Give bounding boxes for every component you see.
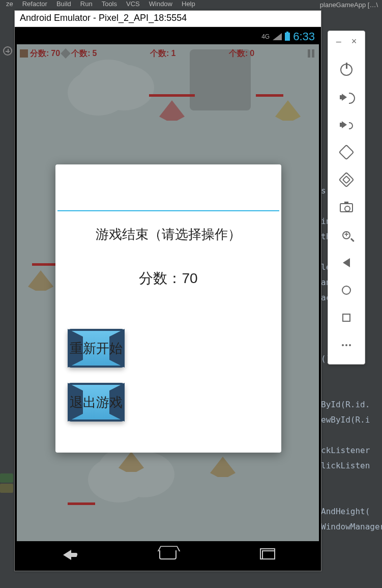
ide-menu-item[interactable]: ze	[6, 0, 13, 8]
android-status-bar: 4G 6:33	[17, 29, 319, 44]
close-button[interactable]: ×	[351, 36, 357, 47]
more-button[interactable]	[336, 336, 357, 354]
nav-back-button[interactable]	[57, 547, 77, 563]
emulator-window: Android Emulator - Pixel_2_API_18:5554 4…	[14, 10, 321, 571]
exit-button[interactable]: 退出游戏	[68, 383, 125, 422]
screenshot-button[interactable]	[336, 198, 357, 216]
rotate-left-button[interactable]	[336, 143, 357, 161]
restart-button[interactable]: 重新开始	[68, 329, 125, 368]
ide-project-tab[interactable]: planeGameApp […\	[316, 0, 382, 10]
device-bezel: 4G 6:33 分数: 70 个数:	[15, 27, 321, 571]
game-over-dialog: 游戏结束（请选择操作） 分数：70 重新开始 退出游戏	[55, 164, 281, 453]
ide-menu-item[interactable]: Refactor	[22, 0, 47, 8]
ide-menu-item[interactable]: Run	[80, 0, 93, 8]
network-label: 4G	[261, 33, 270, 40]
emulator-toolbar: – ×	[328, 31, 365, 365]
clock: 6:33	[293, 30, 315, 43]
nav-recent-button[interactable]	[258, 547, 279, 563]
ide-gutter-icon[interactable]	[0, 41, 15, 61]
volume-up-button[interactable]	[336, 88, 357, 106]
dialog-score: 分数：70	[55, 248, 281, 319]
volume-down-button[interactable]	[336, 116, 357, 134]
rotate-right-button[interactable]	[336, 171, 357, 189]
home-button[interactable]	[336, 281, 357, 299]
back-button[interactable]	[336, 254, 357, 272]
nav-home-button[interactable]	[158, 547, 178, 563]
ide-menu-item[interactable]: Window	[149, 0, 172, 8]
device-screen: 4G 6:33 分数: 70 个数:	[17, 29, 319, 569]
minimize-button[interactable]: –	[336, 36, 341, 47]
power-button[interactable]	[336, 61, 357, 79]
ide-menu-item[interactable]: Build	[56, 0, 71, 8]
emulator-title-bar[interactable]: Android Emulator - Pixel_2_API_18:5554	[15, 11, 321, 27]
ide-menu-item[interactable]: VCS	[126, 0, 140, 8]
overview-button[interactable]	[336, 309, 357, 327]
android-nav-bar	[17, 541, 319, 569]
ide-menu-item[interactable]: Tools	[102, 0, 117, 8]
signal-icon	[273, 33, 282, 40]
ide-markers	[0, 473, 13, 494]
zoom-button[interactable]	[336, 226, 357, 244]
battery-icon	[285, 33, 290, 41]
dialog-title: 游戏结束（请选择操作）	[55, 211, 281, 248]
ide-menu-item[interactable]: Help	[182, 0, 195, 8]
